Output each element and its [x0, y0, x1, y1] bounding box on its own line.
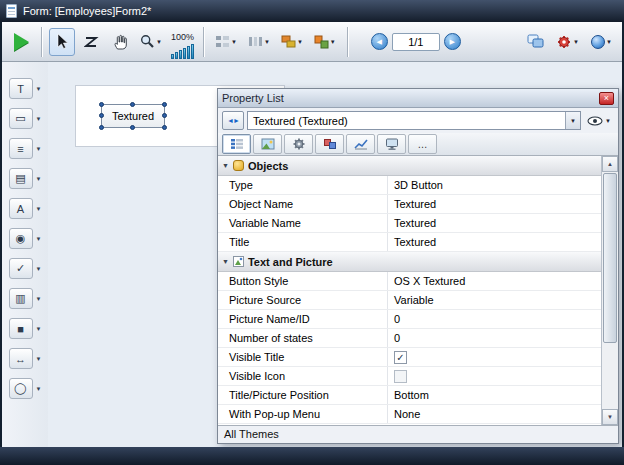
property-value[interactable]: 3D Button [388, 176, 601, 194]
section-header-text-and-picture[interactable]: ▼ Text and Picture [218, 252, 601, 272]
view-options-button[interactable]: ▼ [584, 111, 614, 130]
tool-rectangle[interactable]: ■ ▼ [9, 318, 42, 339]
tab-events[interactable] [315, 134, 344, 154]
property-grid-icon [230, 138, 244, 150]
visible-icon-checkbox[interactable] [394, 370, 407, 383]
property-value[interactable]: Textured [388, 214, 601, 232]
property-value[interactable]: None [388, 405, 601, 423]
property-scrollbar[interactable]: ▲ ▼ [601, 156, 618, 425]
tab-properties[interactable] [222, 134, 251, 154]
tool-label[interactable]: A ▼ [9, 198, 42, 219]
tool-combo-icon[interactable]: ▤ [9, 168, 33, 189]
chevron-down-icon[interactable]: ▼ [36, 176, 42, 182]
tool-button-bar[interactable]: ▥ ▼ [9, 288, 42, 309]
tab-chart[interactable] [346, 134, 375, 154]
tool-oval[interactable]: ◯ ▼ [9, 378, 42, 399]
chevron-down-icon[interactable]: ▼ [565, 112, 580, 129]
chevron-down-icon[interactable]: ▼ [36, 236, 42, 242]
tool-splitter-icon[interactable]: ↔ [9, 348, 33, 369]
property-value[interactable]: Textured [388, 195, 601, 213]
chevron-down-icon[interactable]: ▼ [36, 386, 42, 392]
execute-form-button[interactable] [8, 28, 34, 56]
settings-gear-icon [292, 137, 306, 151]
group-menu-button[interactable]: ▼ [310, 28, 340, 56]
events-icon [323, 138, 337, 150]
gear-menu-button[interactable]: ▼ [552, 28, 583, 56]
property-list-titlebar[interactable]: Property List × [218, 89, 618, 108]
select-tool-button[interactable] [49, 28, 75, 56]
tool-text-icon[interactable]: T [9, 78, 33, 99]
selection-handle[interactable] [162, 125, 167, 130]
window-titlebar[interactable]: Form: [Employees]Form2* [0, 0, 624, 22]
chevron-down-icon[interactable]: ▼ [36, 296, 42, 302]
tool-radio[interactable]: ◉ ▼ [9, 228, 42, 249]
zoom-tool-button[interactable]: ▼ [136, 28, 166, 56]
tool-rectangle-icon[interactable]: ■ [9, 318, 33, 339]
object-selector-value: Textured (Textured) [253, 115, 348, 127]
tab-settings[interactable] [284, 134, 313, 154]
tool-oval-icon[interactable]: ◯ [9, 378, 33, 399]
tool-list-icon[interactable]: ≡ [9, 138, 33, 159]
chevron-down-icon[interactable]: ▼ [36, 266, 42, 272]
selection-handle[interactable] [162, 113, 167, 118]
chevron-down-icon[interactable]: ▼ [36, 86, 42, 92]
distribute-menu-button[interactable]: ▼ [244, 28, 274, 56]
property-value[interactable]: 0 [388, 310, 601, 328]
zoom-control[interactable]: 100% [171, 25, 194, 59]
tab-display[interactable] [377, 134, 406, 154]
chevron-down-icon[interactable]: ▼ [36, 326, 42, 332]
windows-button[interactable] [522, 28, 548, 56]
selection-handle[interactable] [99, 102, 104, 107]
level-menu-button[interactable]: ▼ [277, 28, 307, 56]
scrollbar-thumb[interactable] [603, 173, 617, 343]
tool-text[interactable]: T ▼ [9, 78, 42, 99]
tab-picture[interactable] [253, 134, 282, 154]
tool-radio-icon[interactable]: ◉ [9, 228, 33, 249]
tool-checkbox-icon[interactable]: ✓ [9, 258, 33, 279]
visible-title-checkbox[interactable]: ✓ [394, 351, 407, 364]
hand-tool-button[interactable] [107, 28, 133, 56]
scroll-up-icon: ▲ [607, 161, 613, 167]
tool-label-icon[interactable]: A [9, 198, 33, 219]
textured-button-object[interactable]: Textured [101, 104, 165, 128]
collapse-caret-icon[interactable]: ▼ [222, 162, 229, 169]
property-value[interactable]: Textured [388, 233, 601, 251]
tool-list[interactable]: ≡ ▼ [9, 138, 42, 159]
tool-combo[interactable]: ▤ ▼ [9, 168, 42, 189]
chevron-down-icon[interactable]: ▼ [36, 356, 42, 362]
zoom-bars-icon[interactable] [171, 42, 194, 59]
chevron-down-icon[interactable]: ▼ [36, 116, 42, 122]
previous-page-button[interactable]: ◀ [371, 33, 388, 50]
zoom-level-label: 100% [171, 32, 194, 42]
selection-handle[interactable] [130, 102, 135, 107]
selection-handle[interactable] [99, 125, 104, 130]
selection-handle[interactable] [130, 125, 135, 130]
tool-checkbox[interactable]: ✓ ▼ [9, 258, 42, 279]
tool-input[interactable]: ▭ ▼ [9, 108, 42, 129]
property-value[interactable]: Bottom [388, 386, 601, 404]
tab-more[interactable]: … [408, 134, 437, 154]
selection-handle[interactable] [162, 102, 167, 107]
tool-splitter[interactable]: ↔ ▼ [9, 348, 42, 369]
scroll-up-button[interactable]: ▲ [602, 156, 618, 172]
entry-order-tool-button[interactable] [78, 28, 104, 56]
section-header-objects[interactable]: ▼ Objects [218, 156, 601, 176]
chevron-down-icon[interactable]: ▼ [36, 146, 42, 152]
object-selector-dropdown[interactable]: Textured (Textured) ▼ [247, 111, 581, 130]
web-menu-button[interactable]: ▼ [587, 28, 616, 56]
scroll-down-button[interactable]: ▼ [602, 409, 618, 425]
collapse-caret-icon[interactable]: ▼ [222, 258, 229, 265]
next-page-button[interactable]: ▶ [444, 33, 461, 50]
object-nav-button[interactable]: ◄ ► [222, 111, 244, 130]
selection-handle[interactable] [99, 113, 104, 118]
page-indicator[interactable]: 1/1 [392, 33, 440, 51]
close-button[interactable]: × [599, 92, 614, 105]
property-value[interactable]: 0 [388, 329, 601, 347]
chevron-down-icon[interactable]: ▼ [36, 206, 42, 212]
property-value[interactable]: OS X Textured [388, 272, 601, 290]
align-menu-button[interactable]: ▼ [211, 28, 241, 56]
themes-footer[interactable]: All Themes [218, 425, 618, 443]
tool-button-bar-icon[interactable]: ▥ [9, 288, 33, 309]
property-value[interactable]: Variable [388, 291, 601, 309]
tool-input-icon[interactable]: ▭ [9, 108, 33, 129]
